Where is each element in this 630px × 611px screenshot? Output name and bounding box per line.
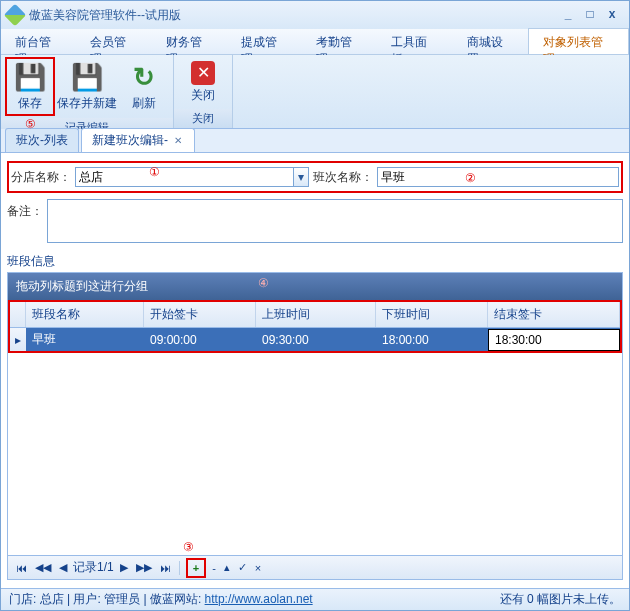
annotation-2: ② — [465, 171, 476, 185]
form-row-names: 分店名称： ▾ ① 班次名称： ② — [7, 161, 623, 193]
table-row[interactable]: ▸ 早班 09:00:00 09:30:00 18:00:00 18:30:00 — [10, 328, 620, 351]
refresh-button[interactable]: ↻ 刷新 — [119, 57, 169, 116]
save-button[interactable]: 💾 保存 — [5, 57, 55, 116]
grid-body-empty — [8, 353, 622, 555]
app-logo-icon — [4, 4, 27, 27]
annotation-3: ③ — [183, 540, 194, 554]
col-end-sign[interactable]: 结束签卡 — [488, 302, 620, 327]
close-label: 关闭 — [191, 87, 215, 104]
record-navigator: ⏮ ◀◀ ◀ 记录1/1 ▶ ▶▶ ⏭ + ③ - ▴ ✓ × — [8, 555, 622, 579]
ribbon-group-close: ✕ 关闭 关闭 — [174, 55, 233, 128]
grid-highlight-wrap: 班段名称 开始签卡 上班时间 下班时间 结束签卡 ▸ 早班 09:00:00 0… — [8, 300, 622, 353]
cell-end-sign[interactable]: 18:30:00 — [488, 329, 620, 351]
title-bar: 傲蓝美容院管理软件--试用版 _ □ x — [1, 1, 629, 29]
menu-object-list[interactable]: 对象列表管理 — [528, 28, 629, 54]
shift-name-input[interactable] — [377, 167, 619, 187]
close-tab-button[interactable]: ✕ 关闭 — [178, 57, 228, 107]
tab-shift-list[interactable]: 班次-列表 — [5, 128, 79, 152]
nav-next-page-icon[interactable]: ▶▶ — [134, 561, 154, 574]
col-off-duty[interactable]: 下班时间 — [376, 302, 488, 327]
col-period-name[interactable]: 班段名称 — [26, 302, 144, 327]
ribbon: 💾 保存 💾 保存并新建 ↻ 刷新 记录编辑 ✕ 关闭 — [1, 55, 629, 129]
maximize-button[interactable]: □ — [579, 7, 601, 23]
separator — [179, 561, 180, 575]
refresh-icon: ↻ — [128, 61, 160, 93]
nav-prev-icon[interactable]: ◀ — [57, 561, 69, 574]
cell-on-duty[interactable]: 09:30:00 — [256, 330, 376, 350]
save-new-icon: 💾 — [71, 61, 103, 93]
row-indicator-header — [10, 302, 26, 327]
close-icon: ✕ — [191, 61, 215, 85]
nav-last-icon[interactable]: ⏭ — [158, 562, 173, 574]
menu-finance[interactable]: 财务管理 — [152, 29, 227, 54]
annotation-1: ① — [149, 165, 160, 179]
nav-edit-button[interactable]: ▴ — [222, 561, 232, 574]
tab-new-shift-edit[interactable]: 新建班次编辑- ✕ — [81, 128, 195, 152]
nav-prev-page-icon[interactable]: ◀◀ — [33, 561, 53, 574]
nav-delete-button[interactable]: - — [210, 562, 218, 574]
menu-tools[interactable]: 工具面板 — [377, 29, 452, 54]
refresh-label: 刷新 — [132, 95, 156, 112]
tab-label: 班次-列表 — [16, 132, 68, 149]
menu-bar: 前台管理 会员管理 财务管理 提成管理 考勤管理 工具面板 商城设置 对象列表管… — [1, 29, 629, 55]
nav-next-icon[interactable]: ▶ — [118, 561, 130, 574]
shift-name-label: 班次名称： — [313, 169, 373, 186]
col-start-sign[interactable]: 开始签卡 — [144, 302, 256, 327]
save-and-new-button[interactable]: 💾 保存并新建 — [55, 57, 119, 116]
section-label-periods: 班段信息 — [7, 249, 623, 272]
cell-off-duty[interactable]: 18:00:00 — [376, 330, 488, 350]
annotation-4: ④ — [258, 276, 269, 290]
dropdown-icon[interactable]: ▾ — [293, 167, 309, 187]
save-label: 保存 — [18, 95, 42, 112]
menu-mall[interactable]: 商城设置 — [453, 29, 528, 54]
group-hint: 拖动列标题到这进行分组 — [16, 279, 148, 293]
status-branch: 总店 — [40, 592, 64, 606]
branch-combo[interactable]: ▾ — [75, 167, 309, 187]
cell-start-sign[interactable]: 09:00:00 — [144, 330, 256, 350]
menu-members[interactable]: 会员管理 — [76, 29, 151, 54]
remark-textarea[interactable] — [47, 199, 623, 243]
status-url-link[interactable]: http://www.aolan.net — [205, 592, 313, 606]
window-title: 傲蓝美容院管理软件--试用版 — [29, 7, 557, 24]
menu-frontdesk[interactable]: 前台管理 — [1, 29, 76, 54]
branch-input[interactable] — [75, 167, 293, 187]
status-left: 门店: 总店 | 用户: 管理员 | 傲蓝网站: http://www.aola… — [9, 591, 313, 608]
menu-commission[interactable]: 提成管理 — [227, 29, 302, 54]
row-indicator-icon: ▸ — [10, 328, 26, 351]
form-row-remark: 备注： — [7, 199, 623, 243]
close-window-button[interactable]: x — [601, 7, 623, 23]
document-tabs: 班次-列表 新建班次编辑- ✕ — [1, 129, 629, 153]
period-grid: 拖动列标题到这进行分组 ④ 班段名称 开始签卡 上班时间 下班时间 结束签卡 ▸… — [7, 272, 623, 580]
tab-close-icon[interactable]: ✕ — [172, 135, 184, 147]
status-right: 还有 0 幅图片未上传。 — [500, 591, 621, 608]
nav-ok-button[interactable]: ✓ — [236, 561, 249, 574]
grid-group-bar[interactable]: 拖动列标题到这进行分组 ④ — [8, 273, 622, 300]
status-bar: 门店: 总店 | 用户: 管理员 | 傲蓝网站: http://www.aola… — [1, 588, 629, 610]
remark-label: 备注： — [7, 199, 43, 220]
grid-header: 班段名称 开始签卡 上班时间 下班时间 结束签卡 — [10, 302, 620, 328]
save-icon: 💾 — [14, 61, 46, 93]
annotation-5: ⑤ — [25, 117, 36, 131]
status-user: 管理员 — [104, 592, 140, 606]
nav-first-icon[interactable]: ⏮ — [14, 562, 29, 574]
content-area: 分店名称： ▾ ① 班次名称： ② 备注： 班段信息 拖动列标题到这进行分组 ④ — [1, 153, 629, 588]
branch-label: 分店名称： — [11, 169, 71, 186]
minimize-button[interactable]: _ — [557, 7, 579, 23]
ribbon-group-label-close: 关闭 — [174, 109, 232, 128]
record-counter: 记录1/1 — [73, 559, 114, 576]
nav-add-button[interactable]: + — [186, 558, 206, 578]
tab-label: 新建班次编辑- — [92, 132, 168, 149]
save-new-label: 保存并新建 — [57, 95, 117, 112]
menu-attendance[interactable]: 考勤管理 — [302, 29, 377, 54]
cell-period-name[interactable]: 早班 — [26, 328, 144, 351]
col-on-duty[interactable]: 上班时间 — [256, 302, 376, 327]
nav-cancel-button[interactable]: × — [253, 562, 263, 574]
